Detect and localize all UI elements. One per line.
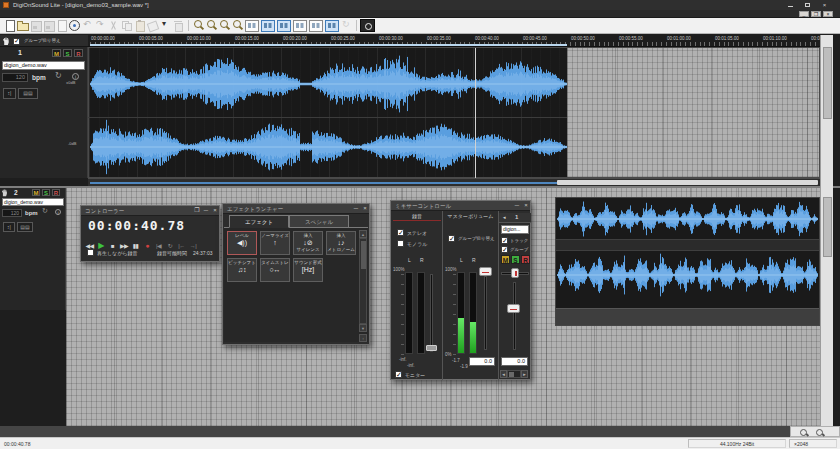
- track2-refresh-icon[interactable]: ↻: [42, 207, 48, 215]
- view-single-icon[interactable]: [244, 19, 260, 32]
- track2-filename-input[interactable]: digion_demo.wav: [2, 198, 64, 206]
- group-toggle-checkbox[interactable]: [13, 38, 20, 45]
- track2-mute-button[interactable]: M: [32, 189, 40, 196]
- view-fit-icon[interactable]: [308, 19, 324, 32]
- track1-waveform-left[interactable]: [90, 51, 567, 117]
- track1-refresh-icon[interactable]: ↻: [55, 71, 62, 80]
- mixer-rec-button[interactable]: R: [521, 255, 530, 264]
- hand-tool-icon[interactable]: [2, 37, 10, 46]
- track2-tool-icon-a[interactable]: ↕|: [3, 222, 15, 232]
- open-folder-icon[interactable]: [16, 19, 29, 32]
- track1-info-icon[interactable]: i: [72, 73, 79, 80]
- cut-icon[interactable]: [107, 19, 120, 32]
- mixer-solo-button[interactable]: S: [511, 255, 520, 264]
- zoom-in-icon[interactable]: [799, 428, 809, 437]
- vertical-scrollbar[interactable]: [820, 35, 833, 426]
- effects-resize-icon[interactable]: ↕: [359, 334, 367, 342]
- save-icon[interactable]: [29, 19, 42, 32]
- effects-scrollbar[interactable]: [359, 238, 367, 324]
- track2-tool-icon-b[interactable]: ▤▤: [17, 222, 33, 232]
- zoom-in-vertical-icon[interactable]: [218, 19, 231, 32]
- track2-solo-button[interactable]: S: [42, 189, 50, 196]
- mdi-close-button[interactable]: ×: [823, 11, 833, 17]
- mixer-close-icon[interactable]: ×: [522, 203, 530, 209]
- minimize-button[interactable]: [786, 2, 795, 8]
- close-button[interactable]: ×: [820, 2, 829, 8]
- effect-pitch-shift-button[interactable]: ピッチシフト♫↕: [227, 258, 257, 282]
- paste-icon[interactable]: [133, 19, 146, 32]
- pane1-vscroll-thumb[interactable]: [823, 47, 832, 119]
- new-document-icon[interactable]: [3, 19, 16, 32]
- view-split-vertical-icon[interactable]: [276, 19, 292, 32]
- effect-time-stretch-button[interactable]: タイムストレッチ○↔: [260, 258, 290, 282]
- playback-cursor[interactable]: [475, 48, 476, 178]
- zoom-out-horizontal-icon[interactable]: [205, 19, 218, 32]
- mixer-mute-button[interactable]: M: [501, 255, 510, 264]
- pane2-hscrollbar[interactable]: [0, 426, 820, 437]
- delete-icon[interactable]: [172, 19, 185, 32]
- maximize-button[interactable]: [803, 2, 812, 8]
- erase-icon[interactable]: [146, 19, 159, 32]
- record-button[interactable]: ●: [143, 241, 152, 251]
- track2-waveform-left[interactable]: [557, 200, 818, 238]
- track-scroll-left-icon[interactable]: ◄: [500, 370, 507, 378]
- zoom-in-horizontal-icon[interactable]: [192, 19, 205, 32]
- track-prev-icon[interactable]: ◄: [502, 215, 506, 220]
- save-as-icon[interactable]: [42, 19, 55, 32]
- transport-restore-icon[interactable]: ❐: [193, 208, 201, 214]
- effects-scroll-thumb[interactable]: [361, 241, 366, 269]
- transport-minimize-icon[interactable]: ─: [202, 208, 210, 214]
- record-control-icon[interactable]: [360, 19, 375, 32]
- track1-solo-button[interactable]: S: [63, 49, 72, 57]
- effects-close-icon[interactable]: ×: [361, 206, 369, 212]
- redo-icon[interactable]: [94, 19, 107, 32]
- track1-tool-icon-a[interactable]: ↕|: [3, 88, 16, 99]
- zoom-out-icon[interactable]: [815, 428, 825, 437]
- pane2-vscroll-thumb[interactable]: [823, 197, 832, 257]
- track1-waveform-right[interactable]: [90, 118, 567, 176]
- effect-normalize-button[interactable]: ノーマライズ↑: [260, 231, 290, 255]
- undo-icon[interactable]: [81, 19, 94, 32]
- track-fader-knob[interactable]: [507, 304, 520, 313]
- track-checkbox[interactable]: [501, 237, 508, 244]
- track-scroll-track[interactable]: [507, 370, 521, 378]
- master-fader-knob[interactable]: [479, 267, 492, 276]
- mdi-minimize-button[interactable]: _: [799, 11, 809, 17]
- effects-minimize-icon[interactable]: ─: [352, 206, 360, 212]
- effects-scroll-down-icon[interactable]: ▼: [359, 324, 367, 332]
- view-split-horizontal-icon[interactable]: [260, 19, 276, 32]
- effect-insert-metronome-button[interactable]: 挿入↓♪メトロノーム: [326, 231, 356, 255]
- tab-effect[interactable]: エフェクト: [229, 215, 289, 228]
- track1-filename-input[interactable]: digion_demo.wav: [2, 61, 85, 70]
- mixer-group-toggle-checkbox[interactable]: [448, 235, 455, 242]
- track1-tool-icon-b[interactable]: ▤▤: [18, 88, 38, 99]
- track2-waveform-right[interactable]: [557, 252, 818, 298]
- hand-tool-icon[interactable]: [1, 189, 8, 197]
- track2-rec-button[interactable]: R: [52, 189, 60, 196]
- track-scroll-right-icon[interactable]: ►: [521, 370, 528, 378]
- group-checkbox[interactable]: [501, 246, 508, 253]
- pan-slider-knob[interactable]: [511, 268, 519, 278]
- pane1-hscroll-thumb[interactable]: [557, 180, 818, 185]
- master-value-box[interactable]: 0.0: [469, 357, 495, 366]
- rec-while-play-checkbox[interactable]: [87, 249, 94, 256]
- mdi-restore-button[interactable]: ❐: [811, 11, 821, 17]
- transport-close-icon[interactable]: ×: [211, 208, 219, 214]
- mixer-track-name-box[interactable]: digion...: [501, 225, 529, 234]
- track-scroll-thumb[interactable]: [509, 372, 514, 377]
- effect-sound-format-button[interactable]: サウンド形式[Hz]: [293, 258, 323, 282]
- refresh-icon[interactable]: [340, 19, 353, 32]
- monaural-checkbox[interactable]: [397, 240, 404, 247]
- mixer-minimize-icon[interactable]: ─: [513, 203, 521, 209]
- stereo-checkbox[interactable]: [397, 229, 404, 236]
- monitor-checkbox[interactable]: [395, 371, 402, 378]
- track1-bpm-input[interactable]: 120: [2, 73, 28, 82]
- track2-bpm-input[interactable]: 120: [2, 209, 22, 217]
- close-file-icon[interactable]: [55, 19, 68, 32]
- dropdown-arrow-icon[interactable]: [159, 19, 172, 32]
- effect-insert-silence-button[interactable]: 挿入↓⊘サイレンス: [293, 231, 323, 255]
- view-mixer-icon[interactable]: [324, 19, 340, 32]
- copy-icon[interactable]: [120, 19, 133, 32]
- zoom-out-vertical-icon[interactable]: [231, 19, 244, 32]
- pen-mode-icon[interactable]: [68, 19, 81, 32]
